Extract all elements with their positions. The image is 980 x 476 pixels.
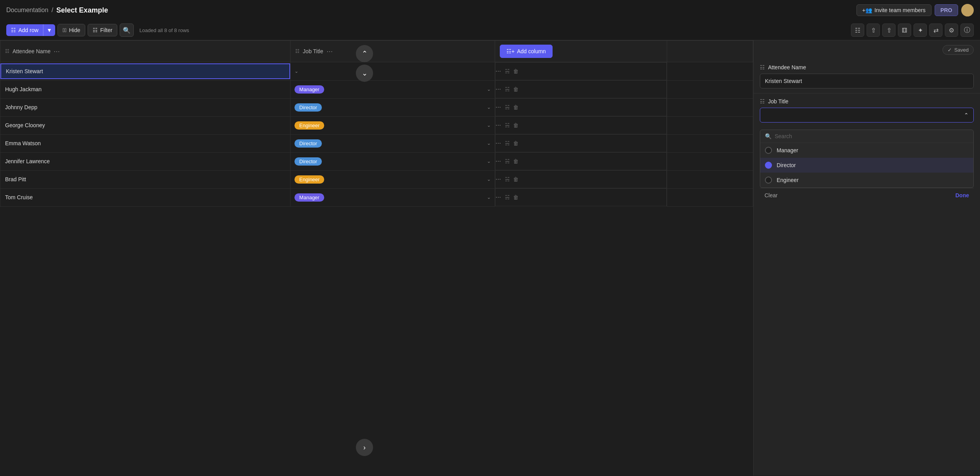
row-delete-3[interactable]: 🗑 (513, 122, 519, 128)
invite-team-button[interactable]: +👥 Invite team members (856, 4, 932, 16)
hide-button[interactable]: 👁̸ Hide (57, 24, 85, 36)
cell-job-7[interactable]: Manager ⌄ (291, 190, 494, 205)
nav-arrow-right[interactable]: › (356, 439, 373, 456)
cell-name-4[interactable]: Emma Watson (0, 136, 290, 150)
col2-options[interactable]: ⋯ (327, 48, 334, 55)
attendee-field-label: Attendee Name (768, 64, 806, 70)
saved-badge: ✓ Saved (942, 45, 974, 55)
row-copy-4[interactable]: ☵ (505, 140, 510, 146)
attendee-label-row: ☷ Attendee Name (760, 64, 974, 70)
row-delete-7[interactable]: 🗑 (513, 194, 519, 200)
cell-job-0[interactable]: ⌄ (291, 65, 494, 77)
add-column-button[interactable]: ☷+ Add column (500, 45, 553, 58)
invite-icon: +👥 (862, 7, 872, 13)
breadcrumb-doc: Documentation (6, 7, 48, 14)
cell-empty-3 (667, 116, 753, 134)
chevron-down-icon: ⌄ (487, 123, 491, 128)
breadcrumb-sep: / (52, 7, 53, 14)
row-copy-6[interactable]: ☵ (505, 176, 510, 182)
clear-button[interactable]: Clear (765, 192, 777, 198)
cell-actions-2: ⋯ ☵ 🗑 (495, 98, 667, 116)
pro-button[interactable]: PRO (935, 4, 958, 16)
job-title-field: ☷ Job Title ⌃ (754, 94, 980, 130)
toolbar: ☷ Add row ▼ 👁̸ Hide ☷ Filter 🔍 Loaded al… (0, 20, 980, 40)
export-icon[interactable]: ⇧ (867, 23, 880, 37)
row-more-6[interactable]: ⋯ (495, 176, 502, 182)
settings-icon[interactable]: ⚙ (945, 23, 958, 37)
chevron-down-icon: ⌄ (487, 195, 491, 200)
badge-5: Director (294, 157, 322, 166)
row-delete-2[interactable]: 🗑 (513, 104, 519, 110)
row-copy-0[interactable]: ☵ (505, 68, 510, 74)
dropdown-panel: 🔍 Manager Director Engineer (760, 130, 974, 188)
cell-job-5[interactable]: Director ⌄ (291, 154, 494, 169)
row-copy-5[interactable]: ☵ (505, 158, 510, 164)
radio-0 (765, 147, 772, 154)
col1-options[interactable]: ⋯ (54, 48, 61, 55)
cell-name-2[interactable]: Johnny Depp (0, 100, 290, 114)
option-row-2[interactable]: Engineer (760, 173, 973, 188)
transform-icon[interactable]: ⇄ (929, 23, 942, 37)
nav-arrow-down[interactable]: ⌄ (356, 65, 373, 82)
connections-icon[interactable]: ⚅ (898, 23, 911, 37)
chevron-down-icon: ⌄ (294, 69, 298, 74)
filter-button[interactable]: ☷ Filter (88, 24, 117, 36)
done-button[interactable]: Done (955, 192, 969, 198)
grid-view-icon[interactable]: ☷ (851, 23, 864, 37)
search-input[interactable] (775, 133, 969, 139)
row-more-3[interactable]: ⋯ (495, 122, 502, 128)
cell-name-5[interactable]: Jennifer Lawrence (0, 154, 290, 168)
row-more-5[interactable]: ⋯ (495, 158, 502, 164)
row-delete-5[interactable]: 🗑 (513, 158, 519, 164)
row-more-0[interactable]: ⋯ (495, 68, 502, 74)
cell-actions-7: ⋯ ☵ 🗑 (495, 188, 667, 206)
row-copy-1[interactable]: ☵ (505, 86, 510, 92)
search-button[interactable]: 🔍 (120, 23, 134, 37)
row-more-2[interactable]: ⋯ (495, 104, 502, 110)
option-row-1[interactable]: Director (760, 158, 973, 173)
row-delete-6[interactable]: 🗑 (513, 176, 519, 182)
cell-empty-5 (667, 152, 753, 170)
cell-job-1[interactable]: Manager ⌄ (291, 82, 494, 97)
main-area: ☷ Attendee Name ⋯ ☷ Job Title ⋯ (0, 40, 980, 476)
radio-2 (765, 177, 772, 184)
cell-empty-6 (667, 170, 753, 188)
row-delete-0[interactable]: 🗑 (513, 68, 519, 74)
row-delete-1[interactable]: 🗑 (513, 86, 519, 92)
col-job-title: ☷ Job Title ⋯ (291, 41, 495, 62)
attendee-name-input[interactable] (760, 74, 974, 88)
add-row-button[interactable]: ☷ Add row ▼ (6, 24, 55, 36)
cell-job-3[interactable]: Engineer ⌄ (291, 118, 494, 133)
job-title-field-icon: ☷ (760, 98, 765, 105)
col1-icon: ☷ (5, 49, 9, 54)
nav-arrow-up[interactable]: ⌃ (356, 45, 373, 62)
row-copy-2[interactable]: ☵ (505, 104, 510, 110)
option-row-0[interactable]: Manager (760, 143, 973, 158)
row-more-4[interactable]: ⋯ (495, 140, 502, 146)
cell-job-2[interactable]: Director ⌄ (291, 100, 494, 115)
info-icon[interactable]: ⓘ (960, 23, 974, 37)
share-icon[interactable]: ⇧ (882, 23, 896, 37)
svg-point-0 (965, 6, 970, 11)
row-more-7[interactable]: ⋯ (495, 194, 502, 200)
cell-name-7[interactable]: Tom Cruise (0, 190, 290, 204)
cell-job-6[interactable]: Engineer ⌄ (291, 172, 494, 187)
row-more-1[interactable]: ⋯ (495, 86, 502, 92)
cell-job-4[interactable]: Director ⌄ (291, 136, 494, 151)
cell-name-6[interactable]: Brad Pitt (0, 172, 290, 186)
cell-name-0[interactable]: Kristen Stewart (0, 63, 290, 79)
option-label-0: Manager (777, 147, 798, 153)
job-title-select[interactable]: ⌃ (760, 108, 974, 123)
add-column-header[interactable]: ☷+ Add column (495, 41, 667, 62)
cell-name-3[interactable]: George Clooney (0, 118, 290, 132)
cell-actions-0: ⋯ ☵ 🗑 (495, 62, 667, 80)
hide-icon: 👁̸ (63, 27, 66, 33)
avatar[interactable] (961, 4, 974, 16)
row-copy-7[interactable]: ☵ (505, 194, 510, 200)
row-delete-4[interactable]: 🗑 (513, 140, 519, 146)
row-copy-3[interactable]: ☵ (505, 122, 510, 128)
extensions-icon[interactable]: ✦ (914, 23, 927, 37)
cell-name-1[interactable]: Hugh Jackman (0, 82, 290, 96)
add-row-dropdown-icon[interactable]: ▼ (43, 24, 55, 36)
chevron-down-icon: ⌄ (487, 159, 491, 164)
